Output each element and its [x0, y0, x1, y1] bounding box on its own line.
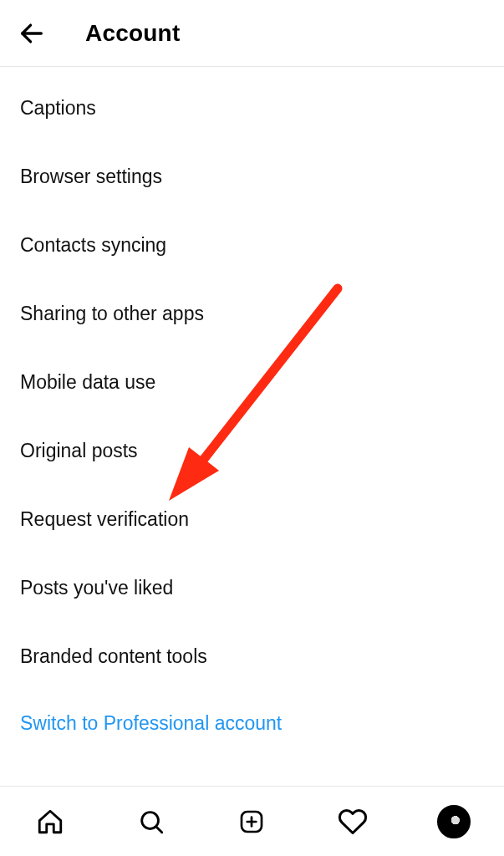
- heart-icon: [338, 807, 368, 837]
- back-arrow-icon[interactable]: [15, 17, 48, 50]
- settings-item-branded-content[interactable]: Branded content tools: [20, 622, 484, 690]
- settings-item-label: Sharing to other apps: [20, 303, 204, 325]
- settings-item-label: Posts you've liked: [20, 577, 173, 599]
- nav-profile-button[interactable]: [435, 803, 472, 840]
- account-header: Account: [0, 0, 504, 67]
- settings-item-sharing-apps[interactable]: Sharing to other apps: [20, 279, 484, 348]
- settings-item-label: Original posts: [20, 440, 138, 462]
- nav-search-button[interactable]: [133, 803, 170, 840]
- plus-square-icon: [238, 808, 265, 835]
- home-icon: [36, 808, 64, 836]
- nav-new-post-button[interactable]: [233, 803, 270, 840]
- settings-item-label: Captions: [20, 97, 96, 120]
- account-settings-list: Captions Browser settings Contacts synci…: [0, 67, 504, 756]
- settings-item-captions[interactable]: Captions: [20, 74, 484, 142]
- switch-professional-account-link[interactable]: Switch to Professional account: [20, 690, 484, 756]
- nav-activity-button[interactable]: [334, 803, 371, 840]
- settings-item-browser-settings[interactable]: Browser settings: [20, 142, 484, 211]
- settings-item-label: Branded content tools: [20, 645, 207, 668]
- settings-item-label: Browser settings: [20, 166, 162, 188]
- avatar-icon: [437, 805, 471, 838]
- settings-item-liked-posts[interactable]: Posts you've liked: [20, 553, 484, 622]
- settings-item-contacts-syncing[interactable]: Contacts syncing: [20, 211, 484, 279]
- search-icon: [137, 808, 165, 836]
- settings-item-mobile-data[interactable]: Mobile data use: [20, 348, 484, 416]
- settings-item-original-posts[interactable]: Original posts: [20, 416, 484, 485]
- settings-item-label: Contacts syncing: [20, 234, 166, 257]
- page-title: Account: [85, 20, 180, 47]
- switch-account-label: Switch to Professional account: [20, 712, 282, 735]
- svg-line-4: [156, 826, 162, 832]
- bottom-nav: [0, 786, 504, 856]
- settings-item-request-verification[interactable]: Request verification: [20, 485, 484, 553]
- settings-item-label: Mobile data use: [20, 371, 155, 394]
- settings-item-label: Request verification: [20, 508, 189, 531]
- nav-home-button[interactable]: [32, 803, 69, 840]
